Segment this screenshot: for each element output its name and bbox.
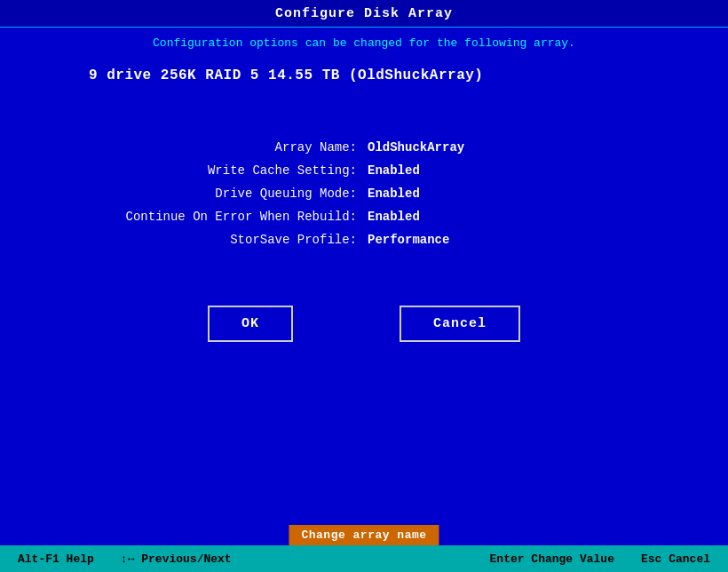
config-value-0: OldShuckArray bbox=[364, 137, 613, 158]
esc-label: Esc Cancel bbox=[641, 552, 710, 566]
help-label: Alt-F1 Help bbox=[18, 552, 94, 566]
config-row-1: Write Cache Setting: Enabled bbox=[115, 160, 613, 181]
status-bar: Alt-F1 Help ↕↔ Previous/Next Enter Chang… bbox=[0, 545, 728, 572]
config-label-1: Write Cache Setting: bbox=[115, 160, 364, 181]
config-table: Array Name: OldShuckArray Write Cache Se… bbox=[36, 137, 692, 252]
config-label-0: Array Name: bbox=[115, 137, 364, 158]
cancel-button[interactable]: Cancel bbox=[400, 306, 520, 342]
config-row-2: Drive Queuing Mode: Enabled bbox=[115, 183, 613, 204]
config-label-4: StorSave Profile: bbox=[115, 229, 364, 250]
config-row-0: Array Name: OldShuckArray bbox=[115, 137, 613, 158]
title-text: Configure Disk Array bbox=[275, 6, 453, 21]
ok-button[interactable]: OK bbox=[208, 306, 293, 342]
config-value-1: Enabled bbox=[364, 160, 613, 181]
status-bar-left: Alt-F1 Help ↕↔ Previous/Next bbox=[18, 552, 232, 566]
title-bar: Configure Disk Array bbox=[0, 0, 728, 28]
config-row-3: Continue On Error When Rebuild: Enabled bbox=[115, 206, 613, 227]
enter-label: Enter Change Value bbox=[490, 552, 614, 566]
subtitle-text: Configuration options can be changed for… bbox=[36, 28, 692, 57]
config-row-4: StorSave Profile: Performance bbox=[115, 229, 613, 250]
config-value-3: Enabled bbox=[364, 206, 613, 227]
nav-label: ↕↔ Previous/Next bbox=[121, 552, 232, 566]
main-content: Configuration options can be changed for… bbox=[0, 28, 728, 545]
array-info-text: 9 drive 256K RAID 5 14.55 TB (OldShuckAr… bbox=[36, 57, 692, 83]
status-bar-right: Enter Change Value Esc Cancel bbox=[490, 552, 710, 566]
config-value-4: Performance bbox=[364, 229, 613, 250]
tooltip-highlight: Change array name bbox=[289, 525, 439, 545]
config-label-2: Drive Queuing Mode: bbox=[115, 183, 364, 204]
config-value-2: Enabled bbox=[364, 183, 613, 204]
screen: Configure Disk Array Configuration optio… bbox=[0, 0, 728, 572]
config-label-3: Continue On Error When Rebuild: bbox=[115, 206, 364, 227]
buttons-row: OK Cancel bbox=[36, 306, 692, 342]
